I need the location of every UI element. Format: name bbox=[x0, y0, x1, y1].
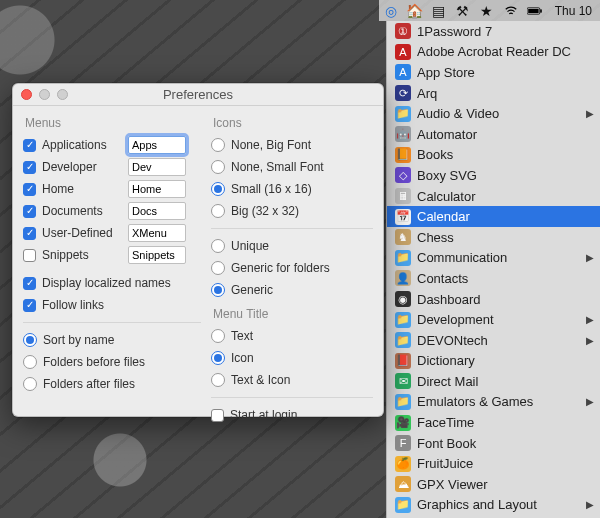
app-icon: A bbox=[395, 64, 411, 80]
menu-item-dictionary[interactable]: 📕Dictionary bbox=[387, 351, 600, 372]
menu-item-label: Calculator bbox=[417, 189, 476, 204]
menu-item-1password-7[interactable]: ①1Password 7 bbox=[387, 21, 600, 42]
home-menu-icon[interactable]: 🏠 bbox=[407, 3, 423, 19]
icons-group-label: Icons bbox=[213, 116, 373, 130]
folders-after-radio[interactable] bbox=[23, 377, 37, 391]
menu-item-boxy-svg[interactable]: ◇Boxy SVG bbox=[387, 165, 600, 186]
icons-generic-folders-radio[interactable] bbox=[211, 261, 225, 275]
icons-generic-label: Generic bbox=[231, 283, 273, 297]
icons-small-label: Small (16 x 16) bbox=[231, 182, 312, 196]
home-checkbox[interactable] bbox=[23, 183, 36, 196]
submenu-arrow-icon: ▶ bbox=[586, 396, 594, 407]
battery-icon[interactable] bbox=[527, 3, 543, 19]
app-icon: 📁 bbox=[395, 312, 411, 328]
icons-unique-label: Unique bbox=[231, 239, 269, 253]
menu-item-chess[interactable]: ♞Chess bbox=[387, 227, 600, 248]
icons-big-radio[interactable] bbox=[211, 204, 225, 218]
svg-rect-1 bbox=[540, 9, 542, 12]
menu-item-calculator[interactable]: 🖩Calculator bbox=[387, 186, 600, 207]
icons-generic-radio[interactable] bbox=[211, 283, 225, 297]
star-menu-icon[interactable]: ★ bbox=[479, 3, 495, 19]
window-titlebar[interactable]: Preferences bbox=[13, 84, 383, 106]
dev-menu-icon[interactable]: ⚒ bbox=[455, 3, 471, 19]
menu-item-gpx-viewer[interactable]: ⛰GPX Viewer bbox=[387, 474, 600, 495]
apple-menu-icon[interactable]: ◎ bbox=[383, 3, 399, 19]
folders-before-radio[interactable] bbox=[23, 355, 37, 369]
documents-checkbox[interactable] bbox=[23, 205, 36, 218]
menu-item-label: Development bbox=[417, 312, 494, 327]
icons-none-small-label: None, Small Font bbox=[231, 160, 324, 174]
app-icon: 👤 bbox=[395, 270, 411, 286]
app-icon: F bbox=[395, 435, 411, 451]
app-icon: ⟳ bbox=[395, 85, 411, 101]
menu-item-label: Chess bbox=[417, 230, 454, 245]
snippets-checkbox[interactable] bbox=[23, 249, 36, 262]
menu-item-dashboard[interactable]: ◉Dashboard bbox=[387, 289, 600, 310]
snippets-field[interactable] bbox=[128, 246, 186, 264]
wifi-icon[interactable] bbox=[503, 3, 519, 19]
menu-item-label: Contacts bbox=[417, 271, 468, 286]
app-icon: 📅 bbox=[395, 209, 411, 225]
menu-item-audio-video[interactable]: 📁Audio & Video▶ bbox=[387, 103, 600, 124]
window-zoom-button[interactable] bbox=[57, 89, 68, 100]
menu-item-emulators-games[interactable]: 📁Emulators & Games▶ bbox=[387, 392, 600, 413]
menu-item-arq[interactable]: ⟳Arq bbox=[387, 83, 600, 104]
window-close-button[interactable] bbox=[21, 89, 32, 100]
menu-item-communication[interactable]: 📁Communication▶ bbox=[387, 248, 600, 269]
icons-unique-radio[interactable] bbox=[211, 239, 225, 253]
menu-item-label: Calendar bbox=[417, 209, 470, 224]
folders-before-label: Folders before files bbox=[43, 355, 145, 369]
app-icon: 📁 bbox=[395, 250, 411, 266]
follow-links-checkbox[interactable] bbox=[23, 299, 36, 312]
developer-field[interactable] bbox=[128, 158, 186, 176]
menu-item-devontech[interactable]: 📁DEVONtech▶ bbox=[387, 330, 600, 351]
menubar-clock[interactable]: Thu 10 bbox=[551, 4, 596, 18]
menu-item-calendar[interactable]: 📅Calendar bbox=[387, 206, 600, 227]
menu-title-icon-label: Icon bbox=[231, 351, 254, 365]
menu-item-facetime[interactable]: 🎥FaceTime bbox=[387, 412, 600, 433]
icons-none-big-radio[interactable] bbox=[211, 138, 225, 152]
menu-title-icon-radio[interactable] bbox=[211, 351, 225, 365]
icons-none-small-radio[interactable] bbox=[211, 160, 225, 174]
menu-item-font-book[interactable]: FFont Book bbox=[387, 433, 600, 454]
app-icon: ◉ bbox=[395, 291, 411, 307]
sort-by-name-radio[interactable] bbox=[23, 333, 37, 347]
user-defined-checkbox[interactable] bbox=[23, 227, 36, 240]
developer-checkbox[interactable] bbox=[23, 161, 36, 174]
menu-item-contacts[interactable]: 👤Contacts bbox=[387, 268, 600, 289]
menu-item-label: FaceTime bbox=[417, 415, 474, 430]
menu-item-direct-mail[interactable]: ✉Direct Mail bbox=[387, 371, 600, 392]
menu-item-label: Adobe Acrobat Reader DC bbox=[417, 44, 571, 59]
menu-item-fruitjuice[interactable]: 🍊FruitJuice bbox=[387, 453, 600, 474]
menu-title-texticon-radio[interactable] bbox=[211, 373, 225, 387]
menu-item-app-store[interactable]: AApp Store bbox=[387, 62, 600, 83]
applications-checkbox[interactable] bbox=[23, 139, 36, 152]
menu-item-books[interactable]: 📙Books bbox=[387, 145, 600, 166]
icons-small-radio[interactable] bbox=[211, 182, 225, 196]
menu-item-adobe-acrobat-reader-dc[interactable]: AAdobe Acrobat Reader DC bbox=[387, 42, 600, 63]
app-icon: ◇ bbox=[395, 167, 411, 183]
start-at-login-checkbox[interactable] bbox=[211, 409, 224, 422]
applications-field[interactable] bbox=[128, 136, 186, 154]
menu-item-automator[interactable]: 🤖Automator bbox=[387, 124, 600, 145]
display-localized-checkbox[interactable] bbox=[23, 277, 36, 290]
home-label: Home bbox=[42, 182, 122, 196]
menu-item-label: Graphics and Layout bbox=[417, 497, 537, 512]
menu-title-text-radio[interactable] bbox=[211, 329, 225, 343]
window-minimize-button[interactable] bbox=[39, 89, 50, 100]
developer-label: Developer bbox=[42, 160, 122, 174]
menu-item-development[interactable]: 📁Development▶ bbox=[387, 309, 600, 330]
app-icon: 📕 bbox=[395, 353, 411, 369]
sort-by-name-label: Sort by name bbox=[43, 333, 114, 347]
snippets-label: Snippets bbox=[42, 248, 122, 262]
menu-item-label: Books bbox=[417, 147, 453, 162]
menu-item-graphics-and-layout[interactable]: 📁Graphics and Layout▶ bbox=[387, 495, 600, 516]
submenu-arrow-icon: ▶ bbox=[586, 314, 594, 325]
docs-menu-icon[interactable]: ▤ bbox=[431, 3, 447, 19]
home-field[interactable] bbox=[128, 180, 186, 198]
menu-item-label: Emulators & Games bbox=[417, 394, 533, 409]
submenu-arrow-icon: ▶ bbox=[586, 252, 594, 263]
icons-generic-folders-label: Generic for folders bbox=[231, 261, 330, 275]
documents-field[interactable] bbox=[128, 202, 186, 220]
user-defined-field[interactable] bbox=[128, 224, 186, 242]
